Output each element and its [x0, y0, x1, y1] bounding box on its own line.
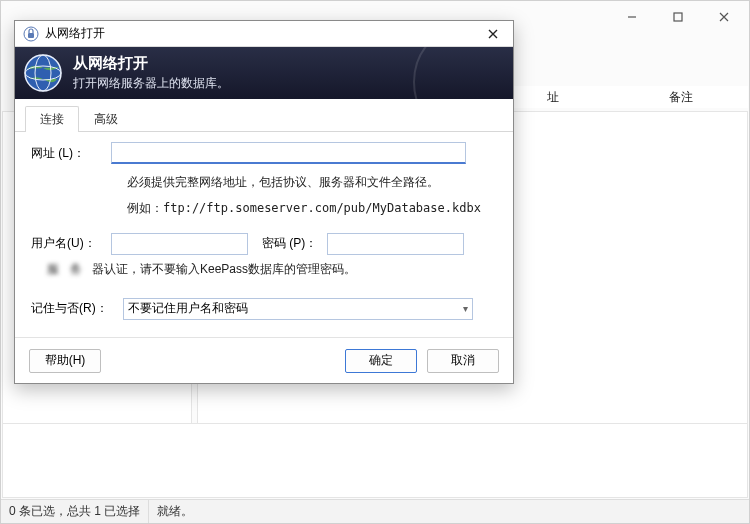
- url-input[interactable]: [111, 142, 466, 164]
- remember-select[interactable]: 不要记住用户名和密码 ▾: [123, 298, 473, 320]
- globe-icon: [23, 53, 63, 93]
- help-button-label: 帮助(H): [45, 352, 86, 369]
- cancel-button-label: 取消: [451, 352, 475, 369]
- banner-heading: 从网络打开: [73, 54, 229, 73]
- username-input[interactable]: [111, 233, 248, 255]
- server-auth-note-row: 服 务 器认证，请不要输入KeePass数据库的管理密码。: [47, 261, 497, 278]
- svg-rect-2: [28, 33, 34, 38]
- close-main-button[interactable]: [701, 2, 747, 32]
- remember-label: 记住与否(R)：: [31, 300, 123, 317]
- lock-icon: [23, 26, 39, 42]
- dialog-title: 从网络打开: [45, 25, 479, 42]
- cancel-button[interactable]: 取消: [427, 349, 499, 373]
- column-header-note[interactable]: 备注: [659, 89, 733, 106]
- password-input[interactable]: [327, 233, 464, 255]
- svg-rect-0: [674, 13, 682, 21]
- dialog-titlebar: 从网络打开: [15, 21, 513, 47]
- remember-select-value: 不要记住用户名和密码: [128, 300, 248, 317]
- tab-advanced[interactable]: 高级: [79, 106, 133, 132]
- maximize-button[interactable]: [655, 2, 701, 32]
- details-pane[interactable]: [2, 423, 748, 498]
- dialog-footer: 帮助(H) 确定 取消: [15, 337, 513, 383]
- dialog-banner: 从网络打开 打开网络服务器上的数据库。: [15, 47, 513, 99]
- url-hint: 必须提供完整网络地址，包括协议、服务器和文件全路径。: [127, 172, 497, 192]
- column-header-address[interactable]: 址: [537, 89, 599, 106]
- minimize-button[interactable]: [609, 2, 655, 32]
- tab-connection[interactable]: 连接: [25, 106, 79, 132]
- close-dialog-button[interactable]: [479, 24, 507, 44]
- url-label: 网址 (L)：: [31, 145, 111, 162]
- ok-button-label: 确定: [369, 352, 393, 369]
- ok-button[interactable]: 确定: [345, 349, 417, 373]
- status-bar: 0 条已选，总共 1 已选择 就绪。: [1, 499, 749, 523]
- password-label: 密码 (P)：: [262, 235, 317, 252]
- chevron-down-icon: ▾: [463, 303, 468, 314]
- dialog-tabs: 连接 高级: [15, 99, 513, 132]
- banner-decoration: [413, 47, 513, 99]
- help-button[interactable]: 帮助(H): [29, 349, 101, 373]
- status-selection: 0 条已选，总共 1 已选择: [1, 500, 149, 523]
- status-ready: 就绪。: [149, 500, 201, 523]
- banner-subheading: 打开网络服务器上的数据库。: [73, 75, 229, 92]
- open-from-url-dialog: 从网络打开 从网络打开 打开网络服务器上的数据库。 连接 高级 网址 (L): [14, 20, 514, 384]
- form-area: 网址 (L)： 必须提供完整网络地址，包括协议、服务器和文件全路径。 例如：ft…: [15, 132, 513, 337]
- url-example: 例如：ftp://ftp.someserver.com/pub/MyDataba…: [127, 198, 497, 218]
- server-auth-note-blur: 服 务: [47, 261, 86, 278]
- username-label: 用户名(U)：: [31, 235, 111, 252]
- server-auth-note: 器认证，请不要输入KeePass数据库的管理密码。: [92, 261, 356, 278]
